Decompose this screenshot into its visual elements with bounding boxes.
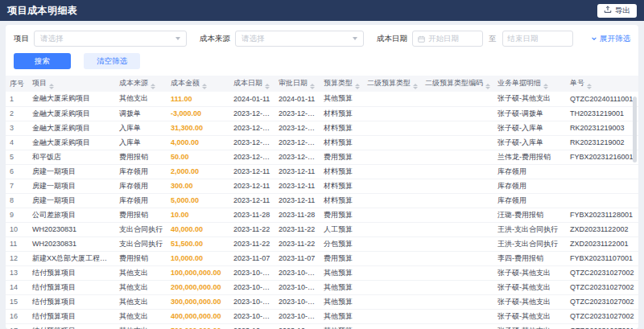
table-cell: 2023-12-16 (275, 150, 320, 164)
column-header[interactable]: 二级预算类型编码 (421, 76, 493, 92)
table-cell (421, 135, 493, 150)
column-header[interactable]: 业务单据明细 (493, 76, 566, 92)
table-cell (363, 222, 421, 236)
search-button[interactable]: 搜索 (14, 53, 71, 69)
table-row[interactable]: 2金融大厦采购项目调拨单-3,000.002023-12-192023-12-1… (6, 106, 638, 121)
sort-icon[interactable] (485, 84, 490, 90)
table-row[interactable]: 12新建XX总部大厦工程二期费用报销10,000.002023-11-07202… (6, 251, 638, 265)
chevron-down-icon (353, 37, 357, 40)
sort-icon[interactable] (151, 84, 155, 90)
table-cell: 其他预算 (320, 309, 363, 323)
column-header[interactable]: 成本日期 (229, 76, 275, 92)
sort-icon[interactable] (355, 84, 360, 90)
table-cell (363, 164, 421, 179)
table-cell (363, 309, 421, 323)
sort-icon[interactable] (543, 84, 548, 90)
table-cell: 9 (6, 208, 28, 222)
sort-icon[interactable] (202, 84, 207, 90)
table-row[interactable]: 16结付预算项目其他支出400,000,000.002023-10-272023… (6, 309, 638, 323)
column-header[interactable]: 项目 (28, 76, 115, 92)
sort-icon[interactable] (413, 84, 418, 90)
table-cell: 费用报销 (115, 150, 167, 164)
table-cell (363, 150, 421, 164)
project-select[interactable]: 请选择 (34, 31, 187, 47)
table-cell: 调拨单 (115, 106, 167, 121)
action-bar: 搜索 清空筛选 (6, 50, 638, 76)
table-cell: 张子硕-其他支出 (493, 265, 566, 280)
table-cell (363, 280, 421, 294)
table-cell: 房建一期项目 (28, 193, 115, 208)
table-cell (363, 208, 421, 222)
column-label: 项目 (32, 79, 47, 87)
table-row[interactable]: 9公司差旅项目费用报销10.002023-11-282023-11-28费用预算… (6, 208, 638, 222)
table-row[interactable]: 4金融大厦采购项目入库单4,000.002023-12-192023-12-19… (6, 135, 638, 150)
table-cell: 金融大厦采购项目 (28, 135, 115, 150)
chevron-down-icon (591, 35, 597, 43)
column-header[interactable]: 单号 (566, 76, 638, 92)
cost-source-select[interactable]: 请选择 (235, 31, 364, 47)
cost-source-filter-label: 成本来源 (200, 34, 230, 44)
sort-icon[interactable] (587, 84, 592, 90)
table-cell: 王洪-支出合同执行 (493, 222, 566, 236)
vertical-scrollbar[interactable] (633, 97, 637, 162)
table-cell: 2023-11-22 (229, 222, 275, 236)
table-cell: WH20230831 (28, 236, 115, 251)
table-row[interactable]: 7房建一期项目库存领用300.002023-12-112023-12-11材料预… (6, 179, 638, 193)
table-cell: FYBX20231107001 (566, 251, 638, 265)
table-cell: 库存领用 (493, 164, 566, 179)
table-cell: 材料预算 (320, 193, 363, 208)
table-row[interactable]: 10WH20230831支出合同执行40,000.002023-11-22202… (6, 222, 638, 236)
table-cell: 2024-01-11 (229, 92, 275, 106)
table-cell (421, 193, 493, 208)
table-cell (363, 121, 421, 135)
sort-icon[interactable] (49, 84, 54, 90)
table-cell (363, 135, 421, 150)
date-end-input[interactable]: 结束日期 (502, 31, 573, 47)
table-cell: RK20231219003 (566, 121, 638, 135)
table-cell: 2024-01-11 (275, 92, 320, 106)
column-header[interactable]: 成本来源 (115, 76, 167, 92)
table-row[interactable]: 6房建一期项目库存领用2,000.002023-12-112023-12-11材… (6, 164, 638, 179)
column-header[interactable]: 预算类型 (320, 76, 363, 92)
table-row[interactable]: 8房建一期项目库存领用5,000.002023-12-112023-12-11材… (6, 193, 638, 208)
table-cell: 500,000,000.00 (167, 323, 229, 329)
sort-icon[interactable] (310, 84, 315, 90)
column-header[interactable]: 审批日期 (275, 76, 320, 92)
table-row[interactable]: 11WH20230831支出合同执行51,500.002023-11-22202… (6, 236, 638, 251)
table-cell: 2,000.00 (167, 164, 229, 179)
table-cell: 5,000.00 (167, 193, 229, 208)
table-cell: 2023-12-19 (229, 121, 275, 135)
table-cell (421, 251, 493, 265)
table-cell: 2023-10-27 (275, 280, 320, 294)
table-cell: 4,000.00 (167, 135, 229, 150)
table-cell: 2023-11-07 (275, 251, 320, 265)
column-label: 单号 (570, 79, 584, 87)
table-row[interactable]: 13结付预算项目其他支出100,000,000.002023-10-272023… (6, 265, 638, 280)
table-row[interactable]: 17结付预算项目其他支出500,000,000.002023-10-272023… (6, 323, 638, 329)
date-start-input[interactable]: 开始日期 (412, 31, 483, 47)
sort-icon[interactable] (265, 84, 270, 90)
table-cell: 2023-11-22 (275, 236, 320, 251)
expand-filter-link[interactable]: 展开筛选 (591, 34, 630, 44)
app-header: 项目成本明细表 导出 (0, 0, 644, 21)
table-cell: 房建一期项目 (28, 179, 115, 193)
table-cell: 其他支出 (115, 265, 167, 280)
table-cell: 费用预算 (320, 208, 363, 222)
table-row[interactable]: 1金融大厦采购项目其他支出111.002024-01-112024-01-11其… (6, 92, 638, 106)
table-cell: 入库单 (115, 135, 167, 150)
export-button[interactable]: 导出 (597, 4, 637, 18)
table-cell: 其他预算 (320, 92, 363, 106)
table-row[interactable]: 14结付预算项目其他支出200,000,000.002023-10-272023… (6, 280, 638, 294)
table-cell: 2023-12-19 (229, 106, 275, 121)
table-cell: 结付预算项目 (28, 323, 115, 329)
table-row[interactable]: 5和平饭店费用报销50.002023-12-162023-12-16费用预算兰伟… (6, 150, 638, 164)
table-row[interactable]: 15结付预算项目其他支出300,000,000.002023-10-272023… (6, 294, 638, 309)
table-row[interactable]: 3金融大厦采购项目入库单31,300.002023-12-192023-12-1… (6, 121, 638, 135)
clear-search-button[interactable]: 清空筛选 (84, 53, 140, 69)
column-label: 二级预算类型 (367, 79, 411, 87)
column-header[interactable]: 成本金额 (167, 76, 229, 92)
page-title: 项目成本明细表 (7, 4, 78, 18)
table-cell: 结付预算项目 (28, 280, 115, 294)
table-cell: 7 (6, 179, 28, 193)
column-header[interactable]: 二级预算类型 (363, 76, 421, 92)
